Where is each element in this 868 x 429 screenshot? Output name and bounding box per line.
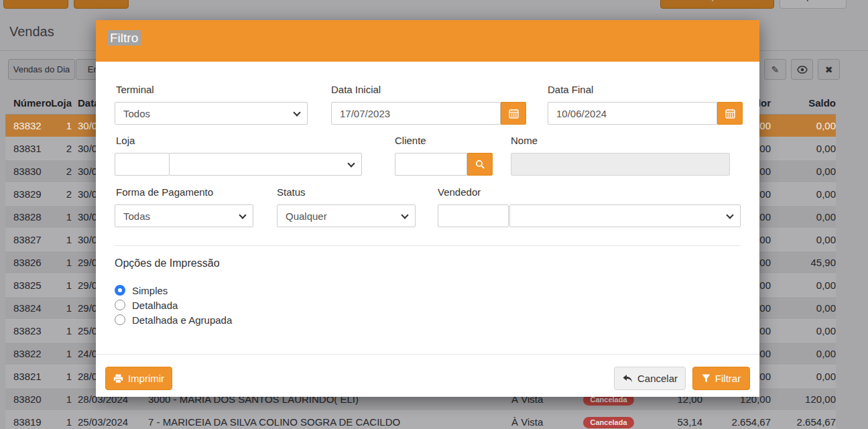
view-row-button[interactable]	[791, 59, 813, 80]
status-label: Status	[277, 186, 306, 198]
eye-icon	[797, 66, 808, 74]
cell-loja: 1	[48, 387, 74, 410]
cell-saldo: 0,00	[771, 319, 836, 342]
chevron-down-icon	[726, 211, 733, 219]
cell-numero: 83832	[5, 114, 48, 137]
cell-numero: 83827	[5, 228, 48, 251]
cell-numero: 83824	[5, 296, 48, 319]
open-filter-button[interactable]: Filtro	[74, 0, 129, 9]
cell-numero: 83819	[5, 410, 48, 429]
radio-icon	[115, 300, 125, 310]
col-numero[interactable]: Número	[5, 92, 48, 114]
loja-label: Loja	[116, 135, 135, 146]
cell-saldo: 0,00	[771, 296, 836, 319]
cell-saldo: 45,90	[771, 251, 836, 273]
forma-pagamento-label: Forma de Pagamento	[116, 186, 213, 198]
cell-loja: 2	[48, 160, 74, 182]
cell-loja: 1	[48, 296, 74, 319]
cell-saldo: 0,00	[771, 182, 836, 205]
cell-numero: 83828	[5, 205, 48, 228]
radio-icon	[115, 314, 125, 325]
cell-numero: 83831	[5, 137, 48, 160]
print-icon	[113, 374, 123, 383]
col-loja[interactable]: Loja	[48, 92, 74, 114]
data-final-label: Data Final	[548, 84, 593, 95]
page-title: Vendas	[9, 24, 54, 40]
sales-by-client-button[interactable]: Vendas por Cliente	[660, 0, 774, 9]
cliente-label: Cliente	[395, 135, 426, 146]
cell-valor: 2.654,67	[702, 410, 771, 429]
cell-saldo: 0,00	[771, 365, 836, 387]
forma-pagamento-select[interactable]: Todas	[115, 204, 253, 227]
print-option-label: Detalhada e Agrupada	[132, 314, 232, 326]
search-icon	[475, 160, 485, 170]
cell-loja: 1	[48, 319, 74, 342]
divider	[115, 245, 741, 246]
cancelar-button[interactable]: Cancelar	[614, 367, 686, 390]
terminal-select[interactable]: Todos	[115, 102, 308, 125]
cell-saldo: 0,00	[771, 205, 836, 228]
cell-loja: 1	[48, 365, 74, 387]
calendar-icon	[509, 109, 519, 119]
cell-forma: À Vista	[503, 410, 578, 429]
print-list-button[interactable]: Imprimir	[780, 0, 847, 9]
cell-saldo: 0,00	[771, 137, 836, 160]
cell-saldo: 120,00	[771, 387, 836, 410]
modal-footer: Imprimir Cancelar Filtrar	[96, 354, 759, 397]
cliente-code-input[interactable]	[395, 153, 467, 176]
cliente-search-button[interactable]	[467, 153, 493, 176]
data-final-calendar-button[interactable]	[717, 102, 743, 125]
status-badge: Cancelada	[583, 417, 633, 428]
loja-code-input[interactable]	[115, 153, 170, 176]
new-sale-button[interactable]: + Nota F2	[3, 0, 68, 9]
print-option-label: Simples	[132, 285, 168, 296]
delete-row-button[interactable]: ✖	[818, 59, 840, 80]
cell-saldo: 0,00	[771, 228, 836, 251]
cell-numero: 83826	[5, 251, 48, 273]
undo-icon	[622, 374, 633, 383]
chevron-down-icon	[347, 160, 355, 167]
tab-vendas-do-dia[interactable]: Vendas do Dia	[8, 59, 75, 80]
terminal-label: Terminal	[116, 84, 154, 95]
cell-loja: 1	[48, 251, 74, 273]
chevron-down-icon	[293, 109, 300, 116]
print-option-radio[interactable]: Detalhada e Agrupada	[115, 312, 232, 327]
vendedor-code-input[interactable]	[438, 204, 509, 227]
chevron-down-icon	[401, 211, 408, 219]
cell-status: Cancelada	[578, 410, 639, 429]
data-inicial-input[interactable]	[331, 102, 501, 125]
edit-icon: ✎	[771, 64, 780, 75]
vendedor-label: Vendedor	[438, 186, 481, 198]
cell-numero: 83822	[5, 342, 48, 365]
data-inicial-calendar-button[interactable]	[501, 102, 526, 125]
loja-select[interactable]	[169, 153, 362, 176]
nome-input	[511, 153, 730, 176]
filtrar-button[interactable]: Filtrar	[692, 367, 750, 390]
col-saldo[interactable]: Saldo	[771, 92, 836, 114]
cell-qtd: 53,14	[639, 410, 702, 429]
cell-loja: 2	[48, 137, 74, 160]
cell-saldo: 0,00	[771, 114, 836, 137]
cell-numero: 83821	[5, 365, 48, 387]
print-option-radio[interactable]: Simples	[115, 283, 232, 298]
cell-data: 25/03/2024	[74, 410, 144, 429]
vendedor-select[interactable]	[509, 204, 741, 227]
data-final-input[interactable]	[548, 102, 717, 125]
cell-numero: 83830	[5, 160, 48, 182]
cell-loja: 1	[48, 410, 74, 429]
cell-saldo: 0,00	[771, 273, 836, 296]
app-window: + Nota F2 Filtro Vendas por Cliente Impr…	[0, 0, 868, 429]
calendar-icon	[725, 109, 735, 119]
nome-label: Nome	[511, 135, 538, 146]
edit-row-button[interactable]: ✎	[764, 59, 786, 80]
filter-modal: Filtro Terminal Todos Data Inicial Data …	[96, 20, 759, 397]
cell-saldo: 2.654,67	[771, 410, 836, 429]
cell-numero: 83829	[5, 182, 48, 205]
status-select[interactable]: Qualquer	[277, 204, 416, 227]
cell-loja: 1	[48, 205, 74, 228]
filter-icon	[702, 374, 710, 383]
print-option-radio[interactable]: Detalhada	[115, 298, 232, 312]
table-row[interactable]: 83819 1 25/03/2024 7 - MARICEIA DA SILVA…	[5, 410, 836, 429]
print-option-label: Detalhada	[132, 300, 178, 311]
imprimir-button[interactable]: Imprimir	[105, 367, 172, 390]
